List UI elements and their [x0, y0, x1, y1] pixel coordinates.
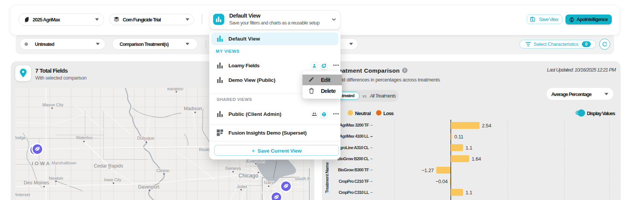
svg-text:Joliet: Joliet	[237, 184, 248, 189]
svg-text:IOWA: IOWA	[32, 161, 51, 166]
svg-text:Winterset: Winterset	[15, 192, 30, 197]
svg-text:Cedar Rapids: Cedar Rapids	[94, 163, 123, 169]
svg-text:Dubuque: Dubuque	[137, 136, 154, 140]
svg-text:Clinton: Clinton	[156, 168, 169, 173]
svg-text:Baraboo: Baraboo	[167, 88, 183, 91]
svg-text:South B: South B	[295, 176, 310, 181]
svg-text:Mason City: Mason City	[42, 102, 64, 107]
svg-text:Gary: Gary	[264, 180, 274, 185]
svg-text:Des Moines: Des Moines	[24, 180, 49, 185]
svg-text:Chicago: Chicago	[238, 172, 258, 179]
svg-text:Waterloo: Waterloo	[76, 135, 93, 140]
svg-text:Madison: Madison	[184, 106, 202, 111]
svg-text:Newton: Newton	[49, 176, 63, 180]
svg-text:Davenport: Davenport	[138, 184, 159, 190]
svg-text:Marshalltown: Marshalltown	[52, 161, 77, 165]
svg-text:Geneva: Geneva	[225, 166, 241, 171]
svg-text:Dodge: Dodge	[15, 135, 26, 140]
svg-text:Iowa City: Iowa City	[104, 177, 122, 182]
